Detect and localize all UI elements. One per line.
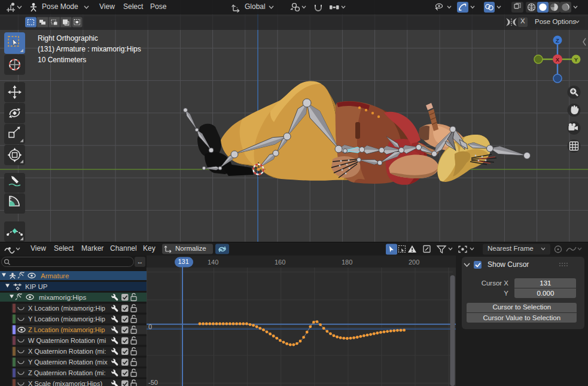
svg-text:Y: Y	[574, 56, 578, 63]
svg-text:X: X	[556, 56, 560, 63]
svg-text:Z: Z	[556, 37, 559, 44]
